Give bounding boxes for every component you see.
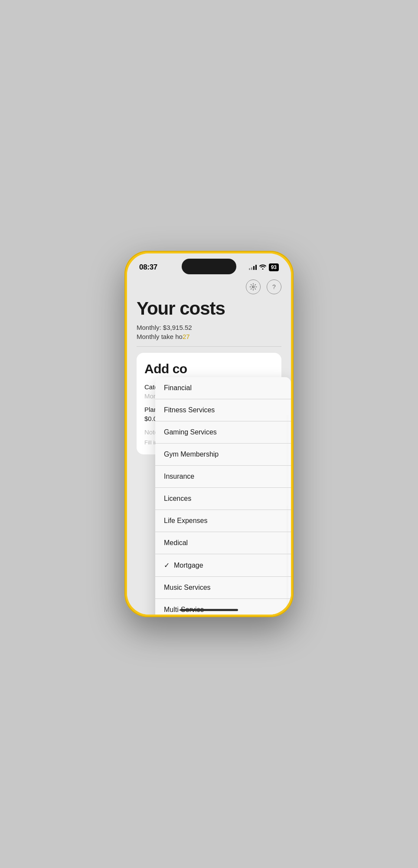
dropdown-item-music-services[interactable]: Music Services [155, 577, 291, 599]
checkmark-icon: ✓ [164, 561, 170, 569]
dropdown-item-gym-membership[interactable]: Gym Membership [155, 444, 291, 466]
dropdown-item-licences[interactable]: Licences [155, 488, 291, 510]
dropdown-item-label: Medical [164, 539, 188, 547]
phone-screen: 08:37 93 [127, 253, 291, 615]
dropdown-item-fitness-services[interactable]: Fitness Services [155, 399, 291, 421]
dropdown-item-label: Fitness Services [164, 406, 215, 414]
dropdown-overlay: FinancialFitness ServicesGaming Services… [127, 253, 291, 615]
dropdown-item-label: Licences [164, 495, 191, 503]
dropdown-item-multi-service[interactable]: Multi-Service [155, 599, 291, 615]
dropdown-item-life-expenses[interactable]: Life Expenses [155, 510, 291, 532]
dropdown-item-gaming-services[interactable]: Gaming Services [155, 421, 291, 444]
dropdown-item-financial[interactable]: Financial [155, 377, 291, 399]
phone-frame: 08:37 93 [124, 251, 294, 617]
home-indicator [180, 609, 238, 611]
dropdown-item-label: Gaming Services [164, 428, 217, 436]
category-dropdown: FinancialFitness ServicesGaming Services… [155, 377, 291, 615]
dropdown-item-insurance[interactable]: Insurance [155, 466, 291, 488]
dropdown-item-label: Mortgage [174, 562, 203, 569]
dropdown-item-label: Gym Membership [164, 450, 219, 458]
dropdown-item-label: Financial [164, 384, 192, 392]
dropdown-item-mortgage[interactable]: ✓Mortgage [155, 554, 291, 577]
dropdown-item-label: Life Expenses [164, 517, 208, 525]
dropdown-item-label: Music Services [164, 584, 211, 592]
dropdown-item-medical[interactable]: Medical [155, 532, 291, 554]
dropdown-item-label: Insurance [164, 473, 194, 480]
